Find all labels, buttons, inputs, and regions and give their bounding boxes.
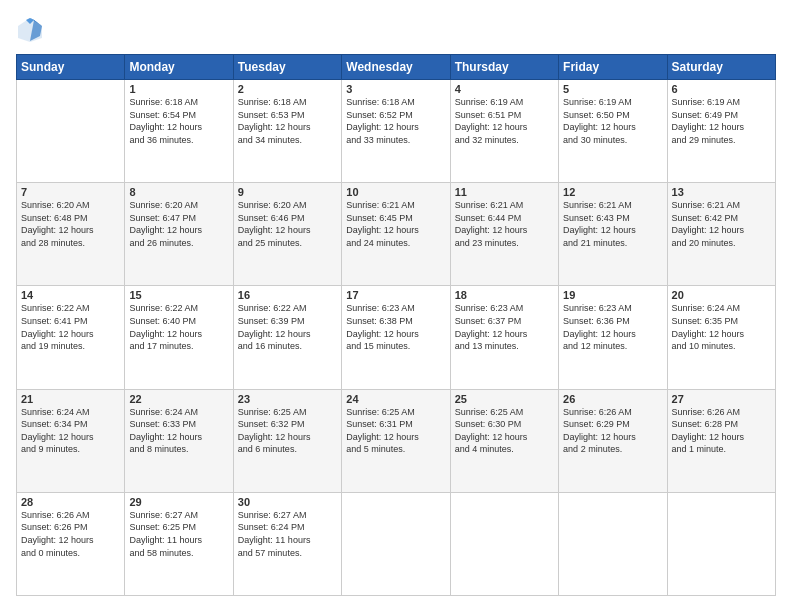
day-info: Sunrise: 6:20 AM Sunset: 6:46 PM Dayligh… <box>238 199 337 249</box>
day-number: 17 <box>346 289 445 301</box>
calendar-cell: 1Sunrise: 6:18 AM Sunset: 6:54 PM Daylig… <box>125 80 233 183</box>
calendar-header-thursday: Thursday <box>450 55 558 80</box>
day-info: Sunrise: 6:26 AM Sunset: 6:29 PM Dayligh… <box>563 406 662 456</box>
calendar-cell: 20Sunrise: 6:24 AM Sunset: 6:35 PM Dayli… <box>667 286 775 389</box>
day-number: 27 <box>672 393 771 405</box>
day-info: Sunrise: 6:18 AM Sunset: 6:53 PM Dayligh… <box>238 96 337 146</box>
day-info: Sunrise: 6:21 AM Sunset: 6:43 PM Dayligh… <box>563 199 662 249</box>
day-number: 25 <box>455 393 554 405</box>
day-number: 12 <box>563 186 662 198</box>
calendar-cell: 17Sunrise: 6:23 AM Sunset: 6:38 PM Dayli… <box>342 286 450 389</box>
calendar-cell: 16Sunrise: 6:22 AM Sunset: 6:39 PM Dayli… <box>233 286 341 389</box>
calendar-cell: 12Sunrise: 6:21 AM Sunset: 6:43 PM Dayli… <box>559 183 667 286</box>
day-number: 28 <box>21 496 120 508</box>
calendar-cell: 25Sunrise: 6:25 AM Sunset: 6:30 PM Dayli… <box>450 389 558 492</box>
calendar-week-row: 28Sunrise: 6:26 AM Sunset: 6:26 PM Dayli… <box>17 492 776 595</box>
calendar-cell <box>559 492 667 595</box>
day-number: 22 <box>129 393 228 405</box>
day-number: 10 <box>346 186 445 198</box>
day-info: Sunrise: 6:27 AM Sunset: 6:25 PM Dayligh… <box>129 509 228 559</box>
calendar-cell: 9Sunrise: 6:20 AM Sunset: 6:46 PM Daylig… <box>233 183 341 286</box>
day-info: Sunrise: 6:19 AM Sunset: 6:49 PM Dayligh… <box>672 96 771 146</box>
day-info: Sunrise: 6:25 AM Sunset: 6:31 PM Dayligh… <box>346 406 445 456</box>
calendar-header-friday: Friday <box>559 55 667 80</box>
day-number: 7 <box>21 186 120 198</box>
calendar-cell: 4Sunrise: 6:19 AM Sunset: 6:51 PM Daylig… <box>450 80 558 183</box>
calendar-cell: 13Sunrise: 6:21 AM Sunset: 6:42 PM Dayli… <box>667 183 775 286</box>
day-info: Sunrise: 6:23 AM Sunset: 6:37 PM Dayligh… <box>455 302 554 352</box>
day-info: Sunrise: 6:22 AM Sunset: 6:39 PM Dayligh… <box>238 302 337 352</box>
day-info: Sunrise: 6:19 AM Sunset: 6:51 PM Dayligh… <box>455 96 554 146</box>
day-info: Sunrise: 6:20 AM Sunset: 6:47 PM Dayligh… <box>129 199 228 249</box>
day-number: 21 <box>21 393 120 405</box>
calendar-cell: 27Sunrise: 6:26 AM Sunset: 6:28 PM Dayli… <box>667 389 775 492</box>
calendar-week-row: 21Sunrise: 6:24 AM Sunset: 6:34 PM Dayli… <box>17 389 776 492</box>
calendar-cell <box>342 492 450 595</box>
day-number: 9 <box>238 186 337 198</box>
day-info: Sunrise: 6:19 AM Sunset: 6:50 PM Dayligh… <box>563 96 662 146</box>
calendar-cell: 11Sunrise: 6:21 AM Sunset: 6:44 PM Dayli… <box>450 183 558 286</box>
day-info: Sunrise: 6:21 AM Sunset: 6:44 PM Dayligh… <box>455 199 554 249</box>
day-info: Sunrise: 6:23 AM Sunset: 6:38 PM Dayligh… <box>346 302 445 352</box>
logo-icon <box>16 16 44 44</box>
day-number: 16 <box>238 289 337 301</box>
day-info: Sunrise: 6:22 AM Sunset: 6:41 PM Dayligh… <box>21 302 120 352</box>
day-number: 24 <box>346 393 445 405</box>
day-info: Sunrise: 6:26 AM Sunset: 6:26 PM Dayligh… <box>21 509 120 559</box>
calendar-cell: 26Sunrise: 6:26 AM Sunset: 6:29 PM Dayli… <box>559 389 667 492</box>
calendar-cell: 23Sunrise: 6:25 AM Sunset: 6:32 PM Dayli… <box>233 389 341 492</box>
calendar-header-wednesday: Wednesday <box>342 55 450 80</box>
calendar-cell: 24Sunrise: 6:25 AM Sunset: 6:31 PM Dayli… <box>342 389 450 492</box>
day-info: Sunrise: 6:22 AM Sunset: 6:40 PM Dayligh… <box>129 302 228 352</box>
calendar-cell: 6Sunrise: 6:19 AM Sunset: 6:49 PM Daylig… <box>667 80 775 183</box>
calendar-cell: 15Sunrise: 6:22 AM Sunset: 6:40 PM Dayli… <box>125 286 233 389</box>
calendar-cell <box>17 80 125 183</box>
day-number: 29 <box>129 496 228 508</box>
day-number: 2 <box>238 83 337 95</box>
calendar-cell: 28Sunrise: 6:26 AM Sunset: 6:26 PM Dayli… <box>17 492 125 595</box>
day-number: 11 <box>455 186 554 198</box>
day-info: Sunrise: 6:21 AM Sunset: 6:45 PM Dayligh… <box>346 199 445 249</box>
calendar-week-row: 14Sunrise: 6:22 AM Sunset: 6:41 PM Dayli… <box>17 286 776 389</box>
day-info: Sunrise: 6:27 AM Sunset: 6:24 PM Dayligh… <box>238 509 337 559</box>
calendar-cell <box>450 492 558 595</box>
day-number: 26 <box>563 393 662 405</box>
calendar-header-tuesday: Tuesday <box>233 55 341 80</box>
page: SundayMondayTuesdayWednesdayThursdayFrid… <box>0 0 792 612</box>
calendar-cell: 8Sunrise: 6:20 AM Sunset: 6:47 PM Daylig… <box>125 183 233 286</box>
calendar-cell: 30Sunrise: 6:27 AM Sunset: 6:24 PM Dayli… <box>233 492 341 595</box>
calendar-cell: 18Sunrise: 6:23 AM Sunset: 6:37 PM Dayli… <box>450 286 558 389</box>
calendar-cell: 7Sunrise: 6:20 AM Sunset: 6:48 PM Daylig… <box>17 183 125 286</box>
day-number: 18 <box>455 289 554 301</box>
day-info: Sunrise: 6:18 AM Sunset: 6:54 PM Dayligh… <box>129 96 228 146</box>
day-number: 23 <box>238 393 337 405</box>
calendar-cell: 29Sunrise: 6:27 AM Sunset: 6:25 PM Dayli… <box>125 492 233 595</box>
day-number: 8 <box>129 186 228 198</box>
day-info: Sunrise: 6:20 AM Sunset: 6:48 PM Dayligh… <box>21 199 120 249</box>
day-number: 13 <box>672 186 771 198</box>
calendar-table: SundayMondayTuesdayWednesdayThursdayFrid… <box>16 54 776 596</box>
calendar-cell: 14Sunrise: 6:22 AM Sunset: 6:41 PM Dayli… <box>17 286 125 389</box>
calendar-cell: 19Sunrise: 6:23 AM Sunset: 6:36 PM Dayli… <box>559 286 667 389</box>
day-number: 14 <box>21 289 120 301</box>
day-info: Sunrise: 6:24 AM Sunset: 6:34 PM Dayligh… <box>21 406 120 456</box>
calendar-cell: 3Sunrise: 6:18 AM Sunset: 6:52 PM Daylig… <box>342 80 450 183</box>
calendar-cell: 10Sunrise: 6:21 AM Sunset: 6:45 PM Dayli… <box>342 183 450 286</box>
calendar-cell: 5Sunrise: 6:19 AM Sunset: 6:50 PM Daylig… <box>559 80 667 183</box>
day-number: 5 <box>563 83 662 95</box>
calendar-header-saturday: Saturday <box>667 55 775 80</box>
calendar-header-sunday: Sunday <box>17 55 125 80</box>
day-number: 3 <box>346 83 445 95</box>
day-number: 6 <box>672 83 771 95</box>
calendar-week-row: 7Sunrise: 6:20 AM Sunset: 6:48 PM Daylig… <box>17 183 776 286</box>
day-number: 4 <box>455 83 554 95</box>
calendar-header-monday: Monday <box>125 55 233 80</box>
day-info: Sunrise: 6:23 AM Sunset: 6:36 PM Dayligh… <box>563 302 662 352</box>
day-info: Sunrise: 6:18 AM Sunset: 6:52 PM Dayligh… <box>346 96 445 146</box>
calendar-cell: 22Sunrise: 6:24 AM Sunset: 6:33 PM Dayli… <box>125 389 233 492</box>
header <box>16 16 776 44</box>
day-info: Sunrise: 6:25 AM Sunset: 6:32 PM Dayligh… <box>238 406 337 456</box>
day-info: Sunrise: 6:21 AM Sunset: 6:42 PM Dayligh… <box>672 199 771 249</box>
calendar-cell: 2Sunrise: 6:18 AM Sunset: 6:53 PM Daylig… <box>233 80 341 183</box>
day-info: Sunrise: 6:26 AM Sunset: 6:28 PM Dayligh… <box>672 406 771 456</box>
